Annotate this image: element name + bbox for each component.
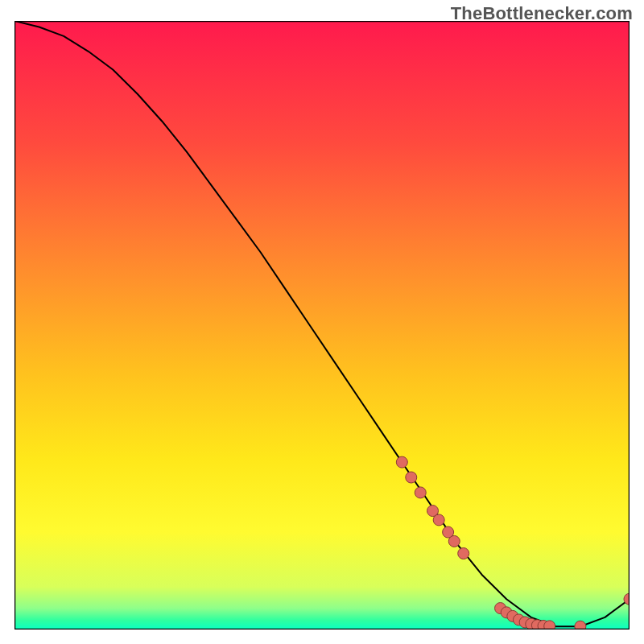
data-point — [575, 621, 586, 630]
data-point — [406, 472, 417, 483]
chart-svg — [14, 21, 630, 630]
data-point — [433, 514, 444, 526]
data-point — [544, 621, 555, 630]
chart-background — [14, 21, 630, 630]
data-point — [396, 456, 407, 468]
data-point — [415, 487, 426, 498]
data-point — [448, 535, 460, 547]
bottleneck-chart — [14, 21, 630, 630]
data-point — [458, 548, 469, 559]
